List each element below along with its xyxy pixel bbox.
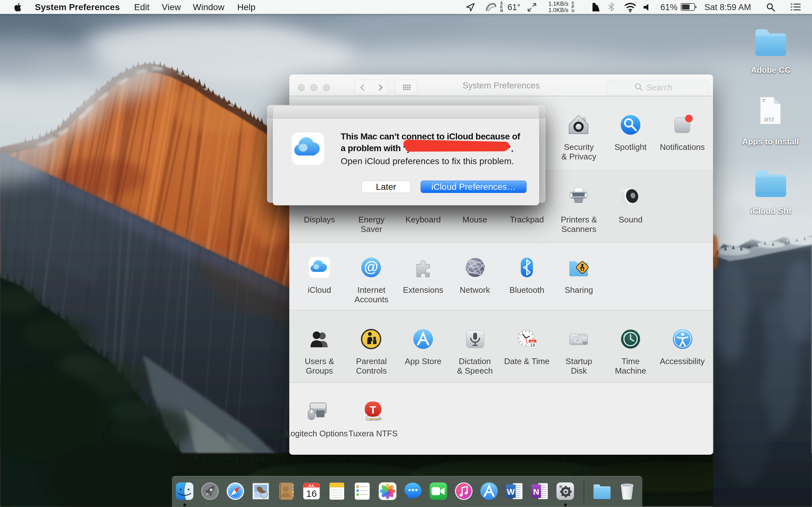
svg-text:W: W bbox=[507, 487, 515, 497]
svg-text:@: @ bbox=[364, 259, 378, 275]
svg-text:T: T bbox=[370, 404, 376, 416]
svg-text:N: N bbox=[533, 487, 539, 497]
svg-text:18: 18 bbox=[530, 342, 536, 348]
svg-text:JUL: JUL bbox=[308, 484, 315, 488]
svg-text:16: 16 bbox=[306, 488, 317, 499]
svg-text:RTF: RTF bbox=[764, 117, 775, 123]
